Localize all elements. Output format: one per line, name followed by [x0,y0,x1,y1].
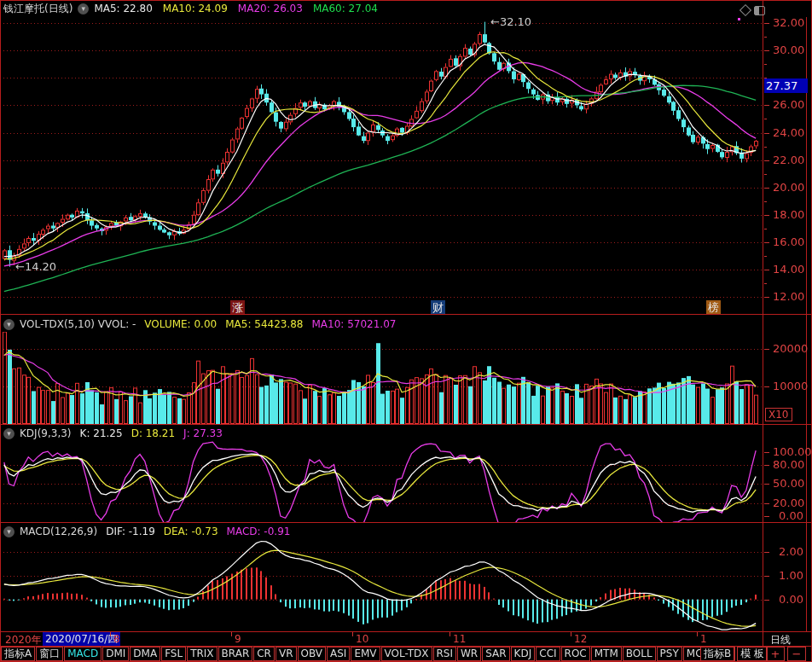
chevron-down-icon[interactable] [3,428,14,439]
axis-minor-tick [764,50,767,51]
period-label[interactable]: 日线 [770,633,791,647]
indicator-button-boll[interactable]: BOLL [623,647,656,661]
pane-divider [0,314,812,315]
indicator-value-label: MACD(12,26,9) [20,526,97,537]
axis-tick-label: 20.00 [773,181,803,194]
month-tick [231,632,232,636]
axis-tick-label: 2.00 [773,545,803,558]
axis-tick-label: 50.00 [773,477,803,490]
indicator-value-label: MA5: 54423.88 [225,318,303,330]
indicator-button-指标a[interactable]: 指标A [1,647,35,661]
axis-tick-label: 14.00 [773,263,803,276]
indicator-button-dma[interactable]: DMA [130,647,160,661]
axis-tick-label: 1.00 [773,569,803,582]
axis-minor-tick [764,229,767,229]
indicator-button-vr[interactable]: VR [276,647,297,661]
indicator-button-rsi[interactable]: RSI [433,647,457,661]
indicator-button-asi[interactable]: ASI [327,647,350,661]
axis-tick-label: 26.00 [773,98,803,111]
toolbar-button-模板[interactable]: 模 板 [737,647,768,661]
indicator-button-emv[interactable]: EMV [351,647,380,661]
macd-pane-header: MACD(12,26,9)DIF: -1.19DEA: -0.73MACD: -… [0,523,290,540]
axis-minor-tick [764,174,767,175]
kdj-pane-header: KDJ(9,3,3)K: 21.25D: 18.21J: 27.33 [0,425,223,442]
chevron-down-icon[interactable] [3,319,14,330]
indicator-button-macd[interactable]: MACD [64,647,102,661]
chevron-down-icon[interactable] [78,3,89,15]
toolbar-right-group: 指标B模 板 [700,647,768,661]
axis-minor-tick [764,23,767,24]
date-axis-row[interactable]: 2020年 2020/07/16/四 891011121 [0,632,763,646]
indicator-button-cr[interactable]: CR [253,647,275,661]
chevron-down-icon[interactable] [3,526,14,537]
indicator-value-label: MA10: 57021.07 [312,318,397,330]
axis-tick [764,552,769,553]
axis-tick [764,600,769,601]
indicator-button-wr[interactable]: WR [457,647,481,661]
month-tick [352,632,353,636]
axis-minor-tick [764,188,767,189]
axis-tick [764,503,769,504]
indicator-button-psy[interactable]: PSY [657,647,682,661]
watermark-char: 财 [431,300,445,315]
axis-tick [764,452,769,453]
month-tick [450,632,450,636]
indicator-value-label: MA20: 26.03 [238,3,303,15]
split-window-icon[interactable] [754,6,765,15]
indicator-button-dmi[interactable]: DMI [102,647,129,661]
indicator-button-fsl[interactable]: FSL [161,647,186,661]
axis-minor-tick [764,201,767,202]
axis-minor-tick [764,147,767,148]
axis-tick-label: 100.00 [773,445,803,458]
zoom-in-button[interactable]: + [766,647,785,661]
axis-tick-label: 18.00 [773,208,803,221]
axis-tick-label: 32.00 [773,16,803,29]
axis-minor-tick [764,160,767,161]
indicator-button-obv[interactable]: OBV [298,647,327,661]
watermark-char: 榜 [706,300,721,315]
macd-chart-canvas[interactable] [0,539,763,631]
indicator-value-label: MACD: -0.91 [227,526,291,537]
volume-value-labels: VOL-TDX(5,10) VVOL: -VOLUME: 0.00MA5: 54… [20,318,396,330]
indicator-button-mtm[interactable]: MTM [591,647,622,661]
indicator-button-roc[interactable]: ROC [561,647,590,661]
kdj-chart-canvas[interactable] [0,441,763,522]
stock-chart-app: 钱江摩托(日线) MA5: 22.80MA10: 24.09MA20: 26.0… [0,0,812,662]
volume-unit-label: X10 [765,408,792,421]
stock-title: 钱江摩托(日线) [3,2,72,16]
axis-tick-label: 0.00 [773,509,803,522]
zoom-out-button[interactable]: − [787,647,806,661]
volume-pane-header: VOL-TDX(5,10) VVOL: -VOLUME: 0.00MA5: 54… [0,316,396,333]
selected-date-box[interactable]: 2020/07/16/四 [43,632,120,646]
indicator-button-kdj[interactable]: KDJ [511,647,536,661]
diamond-tool-icon[interactable] [740,4,751,16]
last-price-marker: 27.37 [764,78,808,93]
indicator-button-trix[interactable]: TRIX [187,647,217,661]
month-label: 12 [574,633,587,645]
axis-tick-label: 10000 [773,380,803,392]
indicator-value-label: VOLUME: 0.00 [144,318,217,330]
month-label: 11 [453,633,466,645]
price-annotation: ←32.10 [490,15,531,28]
indicator-button-vol-tdx[interactable]: VOL-TDX [381,647,432,661]
indicator-button-窗口[interactable]: 窗口 [36,647,63,661]
axis-minor-tick [764,256,767,257]
volume-chart-canvas[interactable] [0,332,763,424]
indicator-button-sar[interactable]: SAR [482,647,509,661]
axis-minor-tick [764,133,767,134]
indicator-button-brar[interactable]: BRAR [218,647,253,661]
axis-tick [764,576,769,577]
indicator-button-cci[interactable]: CCI [536,647,560,661]
main-chart-canvas[interactable] [0,17,763,314]
year-label: 2020年 [5,633,42,647]
toolbar-button-指标B[interactable]: 指标B [700,647,734,661]
axis-tick-label: 20000 [773,342,803,355]
axis-tick-label: 24.00 [773,126,803,139]
indicator-value-label: MA10: 24.09 [163,3,228,15]
axis-tick-label: 12.00 [773,290,803,303]
axis-tick [764,386,769,387]
axis-right-divider [806,17,807,631]
axis-tick [764,484,769,485]
month-label: 9 [235,633,241,645]
axis-minor-tick [764,215,767,216]
